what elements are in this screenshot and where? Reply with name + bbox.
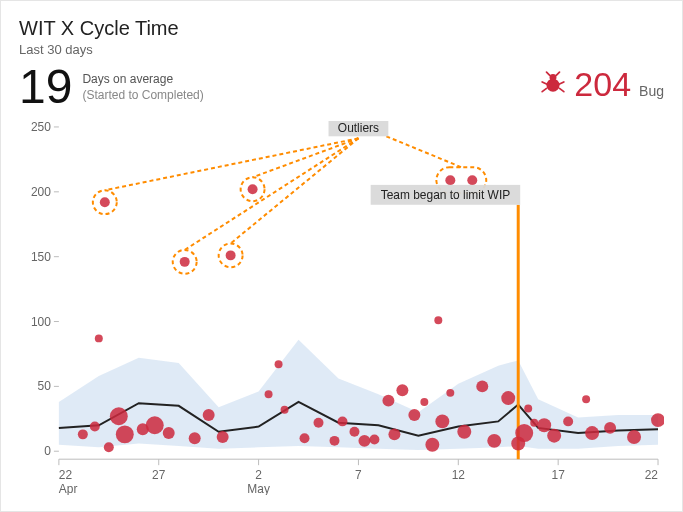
page-title: WIT X Cycle Time: [19, 17, 664, 40]
data-point: [248, 184, 258, 194]
data-point: [382, 395, 394, 407]
data-point: [337, 416, 347, 426]
x-tick-label: 7: [355, 468, 362, 482]
x-tick-month: May: [247, 482, 270, 495]
page-subtitle: Last 30 days: [19, 42, 664, 57]
data-point: [281, 406, 289, 414]
data-point: [388, 428, 400, 440]
data-point: [314, 418, 324, 428]
data-point: [217, 431, 229, 443]
data-point: [627, 430, 641, 444]
x-tick-label: 27: [152, 468, 166, 482]
data-point: [349, 427, 359, 437]
y-tick-label: 100: [31, 315, 51, 329]
data-point: [116, 425, 134, 443]
data-point: [434, 316, 442, 324]
data-point: [563, 416, 573, 426]
data-point: [189, 432, 201, 444]
data-point: [180, 257, 190, 267]
data-point: [530, 419, 538, 427]
data-point: [226, 250, 236, 260]
data-point: [445, 175, 455, 185]
data-point: [515, 424, 533, 442]
data-point: [585, 426, 599, 440]
outlier-connector: [105, 138, 359, 190]
data-point: [95, 334, 103, 342]
average-caption: Days on average (Started to Completed): [82, 71, 203, 103]
data-point: [487, 434, 501, 448]
data-point: [435, 414, 449, 428]
data-point: [300, 433, 310, 443]
y-tick-label: 200: [31, 185, 51, 199]
data-point: [396, 384, 408, 396]
outlier-connector: [185, 138, 359, 250]
data-point: [100, 197, 110, 207]
bug-summary: 204 Bug: [540, 67, 664, 101]
average-value: 19: [19, 63, 72, 111]
data-point: [110, 407, 128, 425]
outliers-label: Outliers: [338, 121, 379, 135]
data-point: [476, 380, 488, 392]
data-point: [467, 175, 477, 185]
wip-label: Team began to limit WIP: [381, 188, 511, 202]
x-tick-label: 12: [452, 468, 466, 482]
y-tick-label: 250: [31, 121, 51, 134]
data-point: [457, 425, 471, 439]
data-point: [408, 409, 420, 421]
data-point: [329, 436, 339, 446]
data-point: [275, 360, 283, 368]
x-tick-label: 17: [552, 468, 566, 482]
data-point: [425, 438, 439, 452]
average-caption-line1: Days on average: [82, 71, 203, 87]
data-point: [446, 389, 454, 397]
data-point: [604, 422, 616, 434]
x-tick-label: 22: [645, 468, 659, 482]
y-tick-label: 0: [44, 444, 51, 458]
data-point: [501, 391, 515, 405]
bug-label: Bug: [639, 83, 664, 99]
outlier-connector: [253, 138, 359, 177]
bug-count: 204: [574, 67, 631, 101]
average-block: 19 Days on average (Started to Completed…: [19, 63, 204, 111]
data-point: [104, 442, 114, 452]
y-tick-label: 150: [31, 250, 51, 264]
x-tick-month: Apr: [59, 482, 78, 495]
data-point: [582, 395, 590, 403]
data-point: [203, 409, 215, 421]
x-tick-label: 22: [59, 468, 73, 482]
data-point: [78, 429, 88, 439]
data-point: [369, 435, 379, 445]
cycle-time-chart: 05010015020025022Apr272May7121722Outlier…: [19, 121, 664, 495]
data-point: [537, 418, 551, 432]
x-tick-label: 2: [255, 468, 262, 482]
data-point: [524, 404, 532, 412]
cycle-time-card: WIT X Cycle Time Last 30 days 19 Days on…: [0, 0, 683, 512]
chart-area: 05010015020025022Apr272May7121722Outlier…: [19, 121, 664, 495]
data-point: [146, 416, 164, 434]
y-tick-label: 50: [38, 379, 52, 393]
average-caption-line2: (Started to Completed): [82, 87, 203, 103]
data-point: [547, 429, 561, 443]
data-point: [420, 398, 428, 406]
outlier-connector: [386, 136, 461, 167]
data-point: [90, 422, 100, 432]
data-point: [265, 390, 273, 398]
data-point: [163, 427, 175, 439]
data-point: [358, 435, 370, 447]
bug-icon: [540, 70, 566, 96]
header-row: 19 Days on average (Started to Completed…: [19, 63, 664, 111]
